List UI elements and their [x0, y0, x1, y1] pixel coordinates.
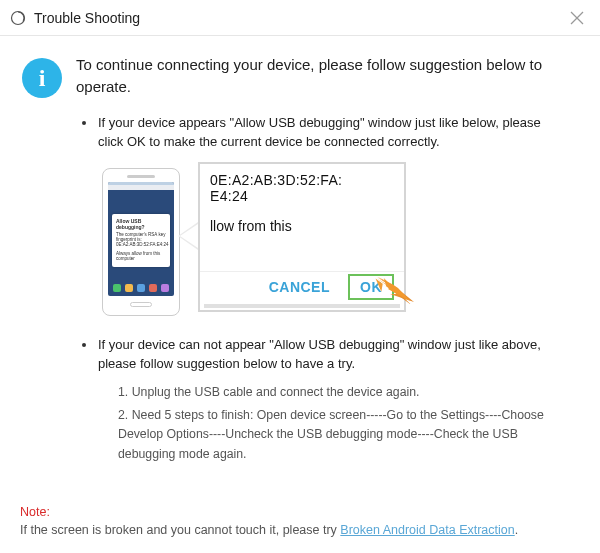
intro-row: i To continue connecting your device, pl… — [22, 54, 578, 98]
troubleshooting-dialog: Trouble Shooting i To continue connectin… — [0, 0, 600, 553]
pointer-arrow-icon — [374, 274, 416, 304]
bullet-2-text: If your device can not appear "Allow USB… — [98, 336, 578, 374]
footer-note: Note: If the screen is broken and you ca… — [20, 503, 580, 539]
title-bar: Trouble Shooting — [0, 0, 600, 36]
intro-text: To continue connecting your device, plea… — [76, 54, 578, 98]
bullet-1-text: If your device appears "Allow USB debugg… — [98, 114, 578, 152]
phone-alert: Allow USB debugging? The computer's RSA … — [112, 214, 170, 267]
app-icon — [10, 10, 26, 26]
dialog-body: i To continue connecting your device, pl… — [0, 36, 600, 464]
illustration: Allow USB debugging? The computer's RSA … — [102, 162, 412, 322]
mac-line-1: 0E:A2:AB:3D:52:FA: — [210, 172, 394, 188]
step-1: 1. Unplug the USB cable and connect the … — [118, 383, 558, 402]
close-button[interactable] — [566, 7, 588, 29]
cancel-button[interactable]: CANCEL — [269, 279, 330, 295]
broken-android-link[interactable]: Broken Android Data Extraction — [340, 523, 514, 537]
bullet-1: If your device appears "Allow USB debugg… — [82, 114, 578, 152]
note-body: If the screen is broken and you cannot t… — [20, 523, 340, 537]
phone-speaker — [127, 175, 155, 178]
title-left: Trouble Shooting — [10, 10, 140, 26]
steps-list: 1. Unplug the USB cable and connect the … — [118, 383, 578, 463]
bullet-dot-icon — [82, 121, 86, 125]
close-icon — [569, 10, 585, 26]
note-label: Note: — [20, 505, 50, 519]
info-icon: i — [22, 58, 62, 98]
zoom-sub: llow from this — [210, 218, 394, 234]
callout-arrow-icon — [178, 222, 198, 250]
mac-line-2: E4:24 — [210, 188, 394, 204]
phone-screen: Allow USB debugging? The computer's RSA … — [108, 182, 174, 296]
dialog-title: Trouble Shooting — [34, 10, 140, 26]
bullet-2: If your device can not appear "Allow USB… — [82, 336, 578, 374]
bullet-dot-icon — [82, 343, 86, 347]
phone-home-button — [130, 302, 152, 307]
phone-mock: Allow USB debugging? The computer's RSA … — [102, 168, 180, 316]
step-2: 2. Need 5 steps to finish: Open device s… — [118, 406, 558, 463]
